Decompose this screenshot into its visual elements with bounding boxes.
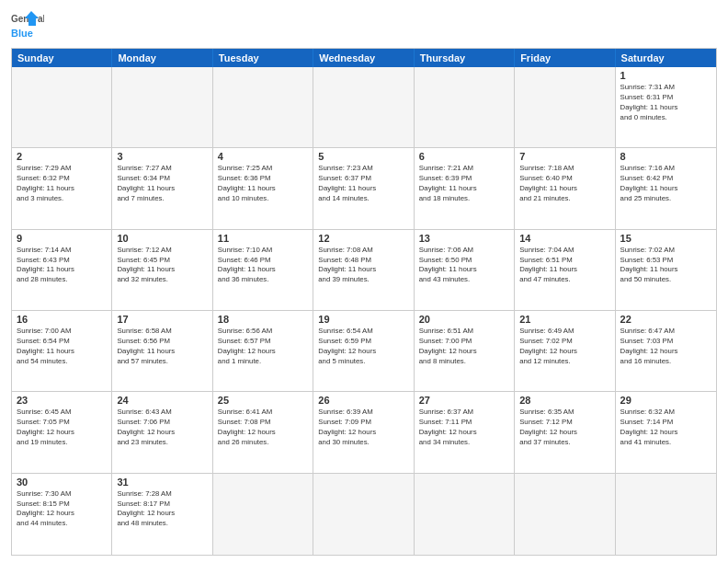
day-number: 25: [218, 395, 308, 406]
calendar-body: 1Sunrise: 7:31 AMSunset: 6:31 PMDaylight…: [12, 67, 716, 555]
day-number: 22: [620, 314, 711, 325]
day-number: 12: [318, 233, 408, 244]
day-number: 24: [117, 395, 207, 406]
calendar-row-3: 9Sunrise: 7:14 AMSunset: 6:43 PMDaylight…: [12, 230, 716, 311]
day-info: Sunrise: 6:43 AMSunset: 7:06 PMDaylight:…: [117, 408, 207, 448]
day-info: Sunrise: 7:14 AMSunset: 6:43 PMDaylight:…: [17, 246, 107, 286]
calendar-cell: 14Sunrise: 7:04 AMSunset: 6:51 PMDayligh…: [515, 230, 615, 310]
calendar-cell: 2Sunrise: 7:29 AMSunset: 6:32 PMDaylight…: [12, 148, 112, 228]
day-info: Sunrise: 6:37 AMSunset: 7:11 PMDaylight:…: [419, 408, 509, 448]
day-number: 6: [419, 151, 509, 162]
logo-icon: General Blue: [11, 9, 44, 42]
day-info: Sunrise: 6:56 AMSunset: 6:57 PMDaylight:…: [218, 327, 308, 367]
day-number: 4: [218, 151, 308, 162]
day-number: 19: [318, 314, 408, 325]
calendar-cell: [213, 474, 313, 555]
calendar-cell: 15Sunrise: 7:02 AMSunset: 6:53 PMDayligh…: [616, 230, 716, 310]
day-number: 30: [17, 477, 107, 488]
calendar-cell: 26Sunrise: 6:39 AMSunset: 7:09 PMDayligh…: [313, 392, 414, 472]
day-number: 7: [519, 151, 609, 162]
day-number: 9: [17, 233, 107, 244]
calendar-cell: 28Sunrise: 6:35 AMSunset: 7:12 PMDayligh…: [515, 392, 615, 472]
calendar-cell: [213, 67, 313, 147]
day-info: Sunrise: 7:31 AMSunset: 6:31 PMDaylight:…: [620, 83, 711, 123]
day-info: Sunrise: 6:58 AMSunset: 6:56 PMDaylight:…: [117, 327, 207, 367]
day-info: Sunrise: 7:10 AMSunset: 6:46 PMDaylight:…: [218, 246, 308, 286]
day-info: Sunrise: 7:16 AMSunset: 6:42 PMDaylight:…: [620, 164, 711, 204]
calendar-cell: 17Sunrise: 6:58 AMSunset: 6:56 PMDayligh…: [112, 311, 212, 391]
day-info: Sunrise: 6:35 AMSunset: 7:12 PMDaylight:…: [519, 408, 609, 448]
day-number: 27: [419, 395, 509, 406]
calendar-cell: 9Sunrise: 7:14 AMSunset: 6:43 PMDaylight…: [12, 230, 112, 310]
calendar-cell: 6Sunrise: 7:21 AMSunset: 6:39 PMDaylight…: [415, 148, 515, 228]
weekday-header-monday: Monday: [112, 49, 212, 67]
calendar-cell: 5Sunrise: 7:23 AMSunset: 6:37 PMDaylight…: [313, 148, 414, 228]
day-info: Sunrise: 6:41 AMSunset: 7:08 PMDaylight:…: [218, 408, 308, 448]
calendar-cell: [12, 67, 112, 147]
weekday-header-thursday: Thursday: [415, 49, 515, 67]
day-info: Sunrise: 7:30 AMSunset: 8:15 PMDaylight:…: [17, 489, 107, 530]
calendar-cell: [415, 67, 515, 147]
day-info: Sunrise: 7:00 AMSunset: 6:54 PMDaylight:…: [17, 327, 107, 367]
day-info: Sunrise: 6:39 AMSunset: 7:09 PMDaylight:…: [318, 408, 408, 448]
calendar-cell: 13Sunrise: 7:06 AMSunset: 6:50 PMDayligh…: [415, 230, 515, 310]
day-info: Sunrise: 7:08 AMSunset: 6:48 PMDaylight:…: [318, 246, 408, 286]
day-number: 10: [117, 233, 207, 244]
calendar-cell: 18Sunrise: 6:56 AMSunset: 6:57 PMDayligh…: [213, 311, 313, 391]
calendar-cell: 30Sunrise: 7:30 AMSunset: 8:15 PMDayligh…: [12, 474, 112, 555]
calendar-cell: [415, 474, 515, 555]
day-number: 28: [519, 395, 609, 406]
calendar-cell: 4Sunrise: 7:25 AMSunset: 6:36 PMDaylight…: [213, 148, 313, 228]
calendar-cell: 3Sunrise: 7:27 AMSunset: 6:34 PMDaylight…: [112, 148, 212, 228]
day-info: Sunrise: 7:25 AMSunset: 6:36 PMDaylight:…: [218, 164, 308, 204]
weekday-header-tuesday: Tuesday: [213, 49, 313, 67]
calendar-cell: 12Sunrise: 7:08 AMSunset: 6:48 PMDayligh…: [313, 230, 414, 310]
calendar-cell: 1Sunrise: 7:31 AMSunset: 6:31 PMDaylight…: [616, 67, 716, 147]
day-info: Sunrise: 6:49 AMSunset: 7:02 PMDaylight:…: [519, 327, 609, 367]
logo: General Blue: [11, 9, 44, 42]
day-number: 17: [117, 314, 207, 325]
day-info: Sunrise: 6:45 AMSunset: 7:05 PMDaylight:…: [17, 408, 107, 448]
day-info: Sunrise: 7:27 AMSunset: 6:34 PMDaylight:…: [117, 164, 207, 204]
day-info: Sunrise: 7:12 AMSunset: 6:45 PMDaylight:…: [117, 246, 207, 286]
weekday-header-sunday: Sunday: [12, 49, 112, 67]
day-number: 8: [620, 151, 711, 162]
day-info: Sunrise: 6:32 AMSunset: 7:14 PMDaylight:…: [620, 408, 711, 448]
calendar-cell: 19Sunrise: 6:54 AMSunset: 6:59 PMDayligh…: [313, 311, 414, 391]
day-number: 5: [318, 151, 408, 162]
day-number: 29: [620, 395, 711, 406]
calendar-row-4: 16Sunrise: 7:00 AMSunset: 6:54 PMDayligh…: [12, 311, 716, 392]
day-info: Sunrise: 7:28 AMSunset: 8:17 PMDaylight:…: [117, 489, 207, 530]
calendar-cell: 24Sunrise: 6:43 AMSunset: 7:06 PMDayligh…: [112, 392, 212, 472]
calendar-cell: 10Sunrise: 7:12 AMSunset: 6:45 PMDayligh…: [112, 230, 212, 310]
day-info: Sunrise: 7:04 AMSunset: 6:51 PMDaylight:…: [519, 246, 609, 286]
day-number: 1: [620, 70, 711, 81]
day-number: 18: [218, 314, 308, 325]
calendar-row-5: 23Sunrise: 6:45 AMSunset: 7:05 PMDayligh…: [12, 392, 716, 473]
calendar-cell: 7Sunrise: 7:18 AMSunset: 6:40 PMDaylight…: [515, 148, 615, 228]
day-number: 20: [419, 314, 509, 325]
day-info: Sunrise: 7:06 AMSunset: 6:50 PMDaylight:…: [419, 246, 509, 286]
calendar-cell: [112, 67, 212, 147]
calendar-cell: 25Sunrise: 6:41 AMSunset: 7:08 PMDayligh…: [213, 392, 313, 472]
calendar-header: SundayMondayTuesdayWednesdayThursdayFrid…: [12, 49, 716, 67]
day-info: Sunrise: 6:47 AMSunset: 7:03 PMDaylight:…: [620, 327, 711, 367]
day-number: 3: [117, 151, 207, 162]
day-info: Sunrise: 7:02 AMSunset: 6:53 PMDaylight:…: [620, 246, 711, 286]
weekday-header-wednesday: Wednesday: [313, 49, 414, 67]
calendar-cell: [515, 474, 615, 555]
day-info: Sunrise: 7:29 AMSunset: 6:32 PMDaylight:…: [17, 164, 107, 204]
calendar-cell: 8Sunrise: 7:16 AMSunset: 6:42 PMDaylight…: [616, 148, 716, 228]
day-number: 21: [519, 314, 609, 325]
day-info: Sunrise: 7:23 AMSunset: 6:37 PMDaylight:…: [318, 164, 408, 204]
day-info: Sunrise: 6:51 AMSunset: 7:00 PMDaylight:…: [419, 327, 509, 367]
calendar-cell: 27Sunrise: 6:37 AMSunset: 7:11 PMDayligh…: [415, 392, 515, 472]
day-number: 15: [620, 233, 711, 244]
calendar-row-6: 30Sunrise: 7:30 AMSunset: 8:15 PMDayligh…: [12, 474, 716, 555]
svg-text:Blue: Blue: [11, 28, 33, 39]
calendar-cell: 29Sunrise: 6:32 AMSunset: 7:14 PMDayligh…: [616, 392, 716, 472]
calendar-cell: [616, 474, 716, 555]
day-number: 13: [419, 233, 509, 244]
calendar-cell: 31Sunrise: 7:28 AMSunset: 8:17 PMDayligh…: [112, 474, 212, 555]
day-info: Sunrise: 7:18 AMSunset: 6:40 PMDaylight:…: [519, 164, 609, 204]
